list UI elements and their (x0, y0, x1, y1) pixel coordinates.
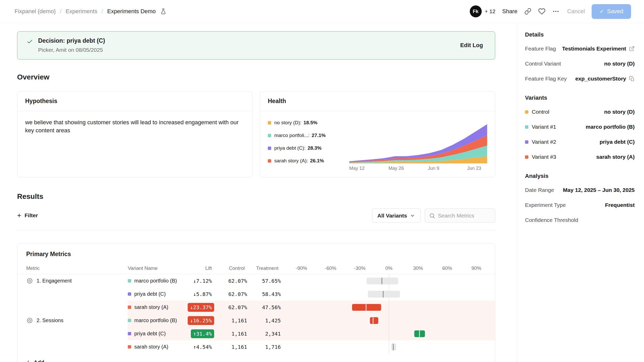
legend-value: 26.1% (310, 158, 324, 164)
top-bar: Fixpanel {demo} / Experiments / Experime… (0, 0, 644, 23)
control-value: 1,161 (214, 317, 247, 324)
breadcrumb-project[interactable]: Fixpanel {demo} (15, 8, 56, 15)
target-icon (26, 277, 33, 284)
plus-icon: + (17, 212, 21, 219)
table-row[interactable]: priya debt (C) ↑31.4% 1,161 2,341 (17, 327, 495, 340)
breadcrumb-separator: / (101, 8, 103, 15)
ci-estimate-tick (382, 278, 382, 284)
variants-section: Variants Control no story (D) Variant #1… (525, 95, 635, 164)
variant-name: marco portfolio (B) (134, 278, 177, 284)
legend-value: 27.1% (312, 133, 326, 138)
legend-item: sarah story (A): 26.1% (268, 158, 342, 164)
collaborators-count[interactable]: + 12 (485, 8, 495, 15)
variant-swatch (525, 110, 528, 114)
copy-link-icon[interactable] (524, 8, 531, 15)
variant-value: marco portfolio (B) (586, 124, 635, 130)
more-options-icon[interactable] (552, 8, 559, 15)
experiment-type-value: Frequentist (605, 202, 635, 208)
breadcrumb-separator: / (60, 8, 61, 15)
target-icon (26, 317, 33, 324)
x-axis-label: Jun 23 (467, 166, 481, 171)
date-range-value: May 12, 2025 – Jun 30, 2025 (563, 187, 635, 193)
ci-estimate-tick (373, 317, 374, 324)
avatar[interactable]: Fk (470, 5, 482, 17)
axis-tick-label: -30% (354, 265, 365, 271)
lift-value: ↑4.54% (191, 343, 214, 351)
external-link-icon[interactable] (629, 46, 635, 52)
breadcrumb-experiments[interactable]: Experiments (66, 8, 97, 15)
axis-tick-label: 30% (413, 265, 423, 271)
lift-value: ↓16.25% (188, 316, 214, 325)
chevron-down-icon (410, 213, 415, 218)
main-content: Decision: priya debt (C) Picker, Amit on… (0, 23, 517, 362)
favorite-heart-icon[interactable] (538, 8, 545, 15)
lift-value: ↓5.87% (191, 290, 214, 299)
ci-estimate-tick (419, 330, 420, 337)
primary-metrics-card: Primary Metrics Metric Variant Name Lift… (17, 243, 495, 362)
table-row[interactable]: sarah story (A) ↓23.37% 62.07% 47.56% (17, 301, 495, 314)
treatment-value: 58.43% (247, 291, 281, 297)
analysis-row-confidence-threshold: Confidence Threshold (525, 213, 635, 228)
saved-label: Saved (607, 8, 623, 15)
hypothesis-text: we believe that showing customer stories… (17, 111, 251, 142)
add-metric-button[interactable]: + Add (17, 353, 53, 362)
copy-icon[interactable] (629, 76, 635, 82)
treatment-value: 57.65% (247, 278, 281, 284)
zero-line (389, 327, 389, 340)
control-value: 62.07% (214, 278, 247, 284)
variant-name: sarah story (A) (134, 304, 168, 310)
table-row[interactable]: 2. Sessions marco portfolio (B) ↓16.25% … (17, 314, 495, 327)
edit-log-button[interactable]: Edit Log (460, 42, 483, 49)
variant-swatch (128, 345, 131, 349)
variant-label: Variant #3 (532, 154, 556, 160)
table-row[interactable]: 1. Engagement marco portfolio (B) ↓7.12%… (17, 274, 495, 287)
x-axis-label: May 12 (349, 166, 365, 171)
detail-label: Feature Flag (525, 46, 556, 52)
variant-label: Variant #2 (532, 139, 556, 145)
col-control: Control (214, 265, 247, 271)
breadcrumb-current: Experiments Demo (107, 8, 156, 15)
legend-swatch (268, 147, 271, 150)
legend-item: marco portfoli...: 27.1% (268, 133, 342, 138)
analysis-label: Confidence Threshold (525, 217, 578, 223)
share-button[interactable]: Share (502, 8, 517, 15)
treatment-value: 2,341 (247, 331, 281, 337)
variant-row: Variant #3 sarah story (A) (525, 149, 635, 164)
legend-name: marco portfoli...: (274, 133, 310, 138)
legend-name: priya debt (C): (274, 145, 305, 151)
search-metrics-box[interactable] (425, 208, 495, 223)
overview-title: Overview (17, 73, 495, 81)
variant-value: sarah story (A) (596, 154, 635, 160)
zero-line (389, 301, 389, 314)
feature-flag-value[interactable]: Testimonials Experiment (562, 46, 626, 52)
variant-value: no story (D) (604, 109, 635, 115)
ci-bar (391, 344, 396, 350)
ci-estimate-tick (393, 344, 394, 350)
variant-swatch (525, 140, 528, 144)
saved-button[interactable]: ✓ Saved (592, 4, 631, 19)
legend-value: 28.3% (307, 145, 321, 151)
results-title: Results (17, 192, 495, 201)
flask-icon (160, 8, 167, 15)
results-toolbar: + Filter All Variants (17, 208, 495, 230)
variants-dropdown[interactable]: All Variants (372, 208, 421, 223)
detail-row-control-variant: Control Variant no story (D) (525, 56, 635, 71)
variant-swatch (128, 306, 131, 309)
axis-tick-label: 0% (385, 265, 392, 271)
add-label: Add (34, 359, 44, 362)
legend-swatch (268, 121, 271, 125)
variant-label: Variant #1 (532, 124, 556, 130)
table-row[interactable]: priya debt (C) ↓5.87% 62.07% 58.43% (17, 287, 495, 301)
variant-name: marco portfolio (B) (134, 317, 177, 323)
search-icon (429, 213, 435, 219)
table-row[interactable]: sarah story (A) ↑4.54% 1,161 1,716 (17, 340, 495, 353)
zero-line (389, 340, 389, 353)
variant-swatch (128, 292, 131, 296)
variant-name: sarah story (A) (134, 344, 168, 350)
feature-flag-key-value: exp_customerStory (575, 76, 626, 82)
add-filter-button[interactable]: + Filter (17, 212, 38, 219)
cancel-button[interactable]: Cancel (567, 8, 585, 15)
metric-name: 2. Sessions (37, 317, 63, 323)
ci-estimate-tick (383, 291, 383, 298)
search-metrics-input[interactable] (438, 213, 491, 219)
